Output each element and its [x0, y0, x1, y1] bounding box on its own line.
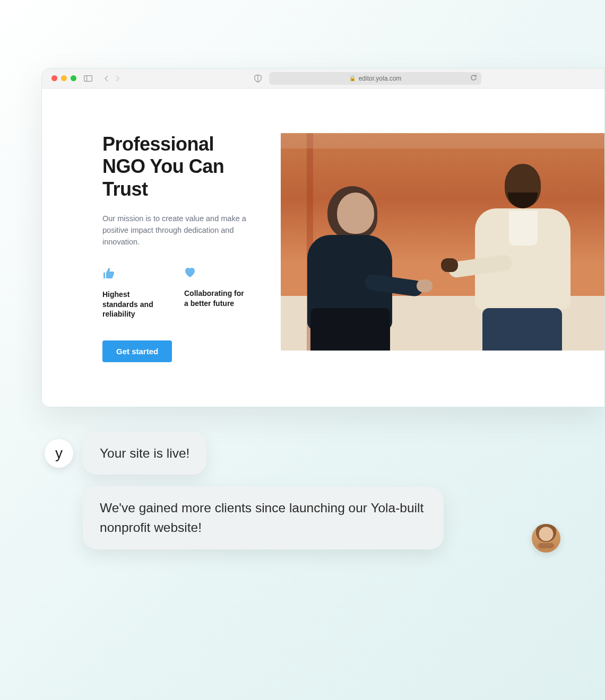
person-left-illustration: [302, 181, 397, 351]
features-row: Highest standards and reliability Collab…: [102, 267, 251, 320]
get-started-button[interactable]: Get started: [102, 340, 172, 362]
privacy-shield-icon[interactable]: [254, 74, 262, 83]
close-icon[interactable]: [51, 75, 57, 81]
svg-rect-0: [84, 75, 92, 81]
thumbs-up-icon: [102, 267, 166, 281]
site-preview: Professional NGO You Can Trust Our missi…: [42, 89, 604, 407]
minimize-icon[interactable]: [61, 75, 67, 81]
chat-area: y Your site is live! We've gained more c…: [45, 432, 560, 561]
avatar-letter: y: [55, 445, 63, 462]
maximize-icon[interactable]: [71, 75, 76, 81]
feature-label: Highest standards and reliability: [102, 290, 166, 320]
person-right-illustration: [474, 160, 575, 351]
user-message-text: We've gained more clients since launchin…: [100, 501, 424, 535]
traffic-lights: [51, 75, 76, 81]
sidebar-toggle-icon[interactable]: [84, 75, 92, 82]
assistant-message-text: Your site is live!: [100, 446, 189, 460]
user-message-bubble: We've gained more clients since launchin…: [83, 486, 444, 549]
heart-icon: [184, 267, 248, 280]
back-button[interactable]: [104, 75, 109, 82]
assistant-message-bubble: Your site is live!: [83, 432, 206, 475]
browser-toolbar: 🔒 editor.yola.com: [42, 68, 604, 89]
url-text: editor.yola.com: [359, 75, 402, 82]
forward-button[interactable]: [115, 75, 120, 82]
browser-window: 🔒 editor.yola.com Professional NGO You C…: [41, 68, 605, 407]
lock-icon: 🔒: [349, 75, 356, 81]
hero-image: [281, 133, 604, 351]
page-title: Professional NGO You Can Trust: [102, 133, 251, 200]
feature-collaboration: Collaborating for a better future: [184, 267, 248, 320]
user-avatar: [532, 524, 560, 553]
assistant-avatar: y: [45, 439, 73, 468]
address-bar[interactable]: 🔒 editor.yola.com: [269, 72, 481, 85]
feature-label: Collaborating for a better future: [184, 288, 248, 309]
feature-standards: Highest standards and reliability: [102, 267, 166, 320]
refresh-icon[interactable]: [470, 74, 477, 83]
page-subtitle: Our mission is to create value and make …: [102, 213, 251, 248]
